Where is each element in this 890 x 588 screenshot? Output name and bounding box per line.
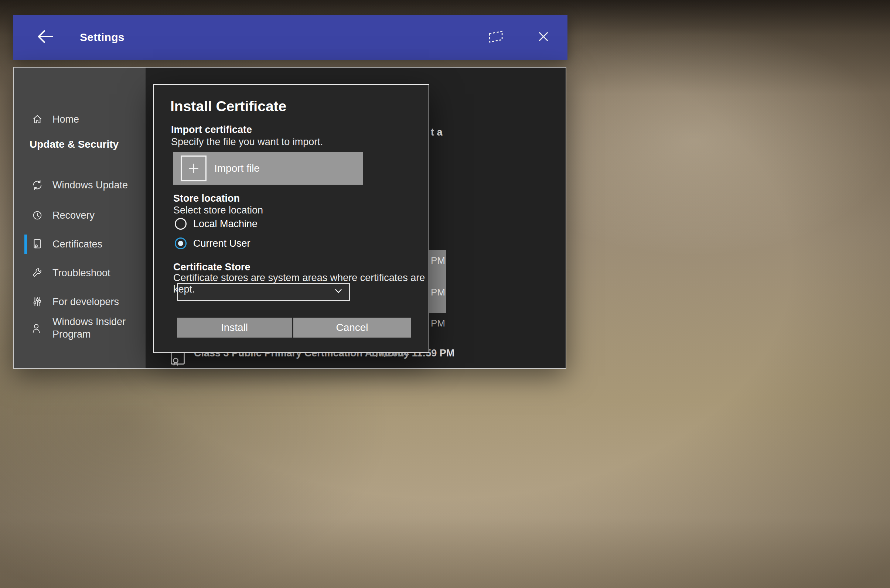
sidebar-item-label: Troubleshoot [53, 267, 111, 279]
window-title: Settings [80, 31, 125, 44]
import-file-button[interactable]: Import file [173, 152, 363, 184]
certificate-store-dropdown[interactable] [177, 283, 350, 301]
radio-circle [175, 218, 186, 230]
occluded-text-fragment: t a [431, 127, 443, 138]
radio-label: Current User [193, 238, 251, 249]
sidebar-section-update-security[interactable]: Update & Security [30, 138, 119, 150]
cancel-button[interactable]: Cancel [293, 318, 411, 338]
person-icon [32, 323, 43, 334]
radio-local-machine[interactable]: Local Machine [175, 218, 258, 230]
certificate-store-heading: Certificate Store [173, 261, 251, 273]
back-arrow-icon [36, 28, 56, 47]
radio-current-user[interactable]: Current User [175, 237, 251, 249]
titlebar-actions [487, 29, 551, 46]
import-certificate-heading: Import certificate [171, 124, 252, 135]
install-certificate-dialog: Install Certificate Import certificate S… [153, 84, 429, 353]
close-button[interactable] [536, 29, 551, 46]
certificate-date-fragment: PM [431, 255, 445, 266]
sidebar: Home Update & Security Windows Update Re… [14, 68, 146, 368]
sidebar-item-label: Recovery [53, 210, 95, 221]
sidebar-item-windows-update[interactable]: Windows Update [14, 175, 146, 195]
install-button[interactable]: Install [177, 318, 292, 338]
back-button[interactable] [36, 28, 56, 47]
certificate-date-fragment: PM [431, 318, 445, 329]
sidebar-item-label: Windows Update [53, 180, 128, 191]
home-icon [32, 114, 43, 125]
dialog-title: Install Certificate [170, 98, 286, 114]
chevron-down-icon [334, 286, 343, 298]
sidebar-item-label: Certificates [53, 238, 102, 250]
import-certificate-description: Specify the file you want to import. [171, 136, 323, 148]
wrench-icon [32, 267, 43, 279]
sidebar-item-home[interactable]: Home [14, 109, 146, 130]
radio-circle-selected [175, 237, 186, 249]
sidebar-item-label: Home [53, 114, 79, 125]
settings-titlebar: Settings [13, 15, 567, 60]
follow-window-button[interactable] [487, 29, 505, 46]
sliders-icon [32, 296, 43, 307]
wall-background: Settings Home Update & S [0, 0, 890, 588]
sidebar-item-recovery[interactable]: Recovery [14, 205, 146, 226]
plus-icon [181, 156, 207, 182]
store-location-description: Select store location [173, 205, 263, 216]
sync-icon [32, 180, 43, 190]
sidebar-item-for-developers[interactable]: For developers [14, 291, 146, 312]
selected-accent-bar [24, 234, 27, 254]
sidebar-item-windows-insider[interactable]: Windows Insider Program [14, 310, 146, 347]
certificate-date-fragment: PM [431, 286, 445, 298]
certificate-icon [32, 238, 43, 250]
import-file-label: Import file [214, 162, 260, 174]
radio-label: Local Machine [193, 218, 258, 230]
sidebar-item-certificates[interactable]: Certificates [14, 234, 146, 255]
close-icon [536, 29, 551, 46]
store-location-heading: Store location [173, 193, 240, 204]
sidebar-item-label: Windows Insider Program [53, 316, 145, 341]
sidebar-item-troubleshoot[interactable]: Troubleshoot [14, 262, 146, 283]
window-follow-icon [487, 29, 505, 46]
history-clock-icon [32, 210, 43, 221]
sidebar-item-label: For developers [53, 296, 119, 308]
